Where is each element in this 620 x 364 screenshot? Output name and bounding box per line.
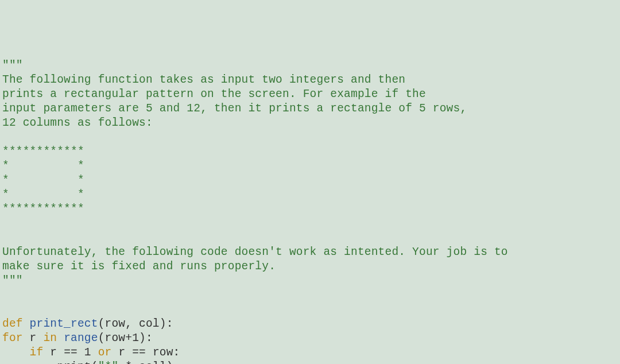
code-token: Unfortunately, the following code doesn'… xyxy=(2,246,508,258)
code-token: * * xyxy=(2,174,84,187)
code-token: """ xyxy=(2,59,23,72)
code-token: r == row: xyxy=(118,346,180,359)
code-token: prints a rectangular pattern on the scre… xyxy=(2,88,426,100)
code-token: input parameters are 5 and 12, then it p… xyxy=(2,102,467,115)
code-token xyxy=(91,346,98,359)
code-token: for xyxy=(2,332,30,344)
code-token: The following function takes as input tw… xyxy=(2,73,405,86)
code-token: * * xyxy=(2,160,84,172)
code-token: range xyxy=(64,332,98,344)
code-token: r xyxy=(30,332,44,344)
code-token: def xyxy=(2,317,30,330)
code-token: or xyxy=(98,346,119,359)
code-token: (row+ xyxy=(98,332,133,344)
code-token: print( xyxy=(2,361,98,364)
code-token: make sure it is fixed and runs properly. xyxy=(2,260,276,273)
code-token: print_rect xyxy=(30,317,98,330)
code-token: (row, col): xyxy=(98,317,173,330)
code-token: ************ xyxy=(2,145,84,158)
code-token: 12 columns as follows: xyxy=(2,117,153,129)
code-token: "*" xyxy=(98,361,119,364)
code-token: * * xyxy=(2,188,84,201)
code-token: if xyxy=(30,346,51,359)
code-token: in xyxy=(43,332,64,344)
code-token: ): xyxy=(139,332,153,344)
code-token: * coll) xyxy=(118,361,173,364)
code-token: 1 xyxy=(132,332,139,344)
code-token: """ xyxy=(2,274,23,287)
code-token: ************ xyxy=(2,203,84,215)
code-token: r == xyxy=(50,346,84,359)
code-token: 1 xyxy=(84,346,91,359)
python-code-editor: """ The following function takes as inpu… xyxy=(2,59,618,364)
code-token xyxy=(2,346,30,359)
